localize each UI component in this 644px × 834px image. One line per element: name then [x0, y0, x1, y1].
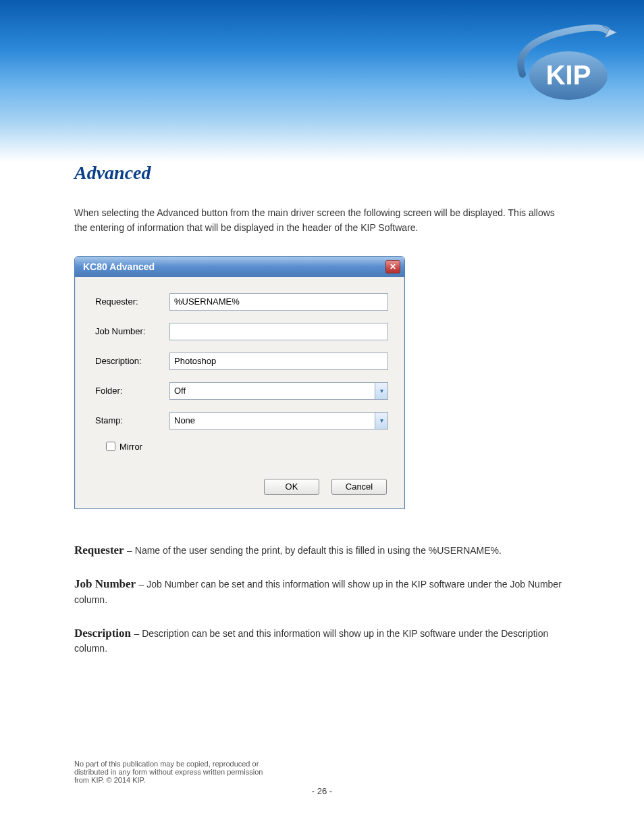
jobnumber-def: – Job Number can be set and this informa…	[74, 579, 562, 604]
stamp-select[interactable]	[169, 412, 375, 429]
chevron-down-icon[interactable]: ▾	[375, 412, 388, 429]
dialog-titlebar: KC80 Advanced ✕	[75, 257, 404, 277]
footer-copyright: No part of this publication may be copie…	[74, 757, 270, 784]
jobnumber-input[interactable]	[169, 323, 388, 340]
description-input[interactable]	[169, 353, 388, 370]
requester-label: Requester:	[95, 296, 169, 307]
jobnumber-heading: Job Number	[74, 577, 136, 590]
dialog-title: KC80 Advanced	[83, 261, 155, 272]
chevron-down-icon[interactable]: ▾	[375, 382, 388, 400]
close-icon: ✕	[390, 262, 396, 271]
description-heading: Description	[74, 627, 131, 640]
jobnumber-label: Job Number:	[95, 326, 169, 336]
intro-text: When selecting the Advanced button from …	[74, 205, 570, 236]
folder-select[interactable]	[169, 382, 375, 400]
advanced-dialog: KC80 Advanced ✕ Requester: Job Number: D…	[74, 256, 405, 509]
kip-logo: KIP	[516, 20, 617, 108]
cancel-button[interactable]: Cancel	[331, 479, 387, 495]
requester-heading: Requester	[74, 544, 124, 556]
stamp-label: Stamp:	[95, 415, 169, 425]
folder-label: Folder:	[95, 386, 169, 396]
close-button[interactable]: ✕	[385, 260, 400, 273]
mirror-checkbox[interactable]	[106, 442, 115, 451]
section-title: Advanced	[74, 162, 570, 184]
description-def: – Description can be set and this inform…	[74, 628, 548, 654]
ok-button[interactable]: OK	[264, 479, 319, 495]
requester-input[interactable]	[169, 293, 388, 311]
page-number: - 26 -	[0, 786, 644, 796]
svg-text:KIP: KIP	[546, 60, 591, 90]
mirror-label: Mirror	[119, 442, 142, 452]
description-label: Description:	[95, 356, 169, 366]
header-banner: KIP	[0, 0, 644, 122]
requester-def: – Name of the user sending the print, by…	[127, 545, 502, 556]
